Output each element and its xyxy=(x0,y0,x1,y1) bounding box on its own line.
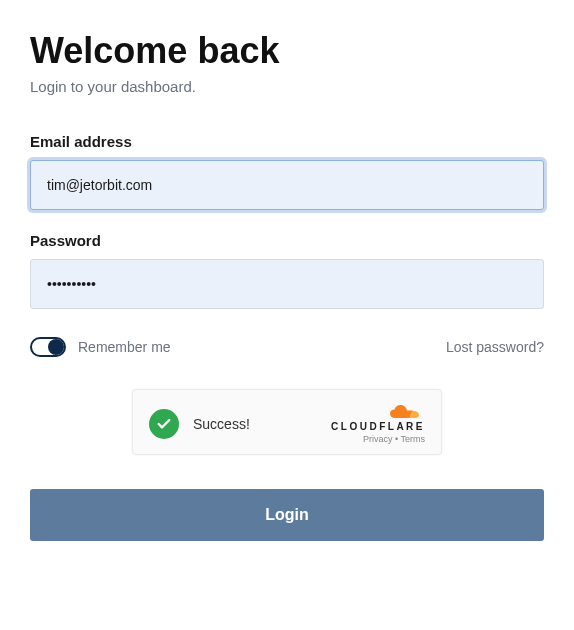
toggle-knob-icon xyxy=(48,339,64,355)
page-subtitle: Login to your dashboard. xyxy=(30,78,544,95)
captcha-status: Success! xyxy=(149,409,250,439)
remember-label: Remember me xyxy=(78,339,171,355)
cloudflare-brand-text: CLOUDFLARE xyxy=(331,421,425,432)
login-button[interactable]: Login xyxy=(30,489,544,541)
captcha-widget: Success! CLOUDFLARE Privacy • Terms xyxy=(132,389,442,455)
page-title: Welcome back xyxy=(30,30,544,72)
password-group: Password xyxy=(30,232,544,309)
email-group: Email address xyxy=(30,133,544,210)
cloudflare-cloud-icon xyxy=(387,404,425,420)
password-label: Password xyxy=(30,232,544,249)
options-row: Remember me Lost password? xyxy=(30,337,544,357)
email-input[interactable] xyxy=(30,160,544,210)
captcha-status-text: Success! xyxy=(193,416,250,432)
links-separator: • xyxy=(393,434,401,444)
remember-toggle[interactable] xyxy=(30,337,66,357)
lost-password-link[interactable]: Lost password? xyxy=(446,339,544,355)
terms-link[interactable]: Terms xyxy=(401,434,426,444)
success-check-icon xyxy=(149,409,179,439)
password-input[interactable] xyxy=(30,259,544,309)
email-label: Email address xyxy=(30,133,544,150)
remember-wrap: Remember me xyxy=(30,337,171,357)
captcha-branding: CLOUDFLARE Privacy • Terms xyxy=(331,404,425,444)
privacy-link[interactable]: Privacy xyxy=(363,434,393,444)
captcha-links: Privacy • Terms xyxy=(331,434,425,444)
cloudflare-logo: CLOUDFLARE xyxy=(331,404,425,432)
